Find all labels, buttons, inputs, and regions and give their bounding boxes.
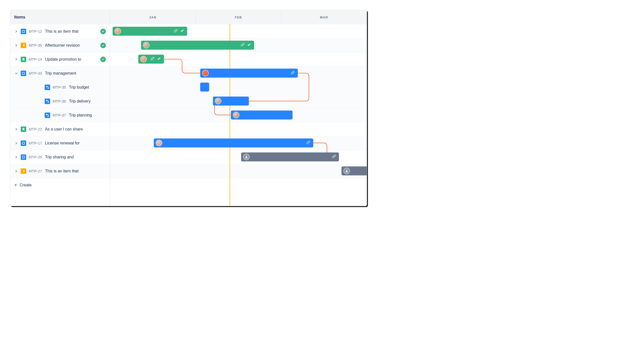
issue-row[interactable]: MTP-35 Trip budget — [10, 80, 367, 94]
check-icon — [157, 57, 161, 62]
timeline-body: Items JANFEBMAR MTP-12 This is an item t… — [10, 10, 367, 206]
svg-rect-7 — [48, 115, 49, 116]
issue-row[interactable]: MTP-22 As a user I can share — [10, 122, 367, 136]
issue-key: MTP-35 — [53, 85, 66, 89]
svg-rect-1 — [23, 72, 25, 74]
link-icon[interactable] — [306, 140, 310, 146]
issue-title: Trip delivery — [69, 99, 106, 104]
issue-type-icon — [21, 43, 26, 48]
svg-rect-0 — [23, 30, 25, 32]
issue-type-icon — [21, 29, 26, 34]
issue-type-icon — [45, 84, 50, 90]
issue-cell[interactable]: MTP-22 As a user I can share — [10, 122, 110, 136]
issue-key: MTP-22 — [29, 127, 42, 131]
issue-cell[interactable]: MTP-29 Trip sharing and — [10, 150, 110, 164]
issue-cell[interactable]: MTP-36 Trip delivery — [10, 94, 110, 108]
unassigned-avatar — [343, 168, 350, 174]
issue-type-icon — [21, 126, 26, 132]
issue-cell[interactable]: MTP-35 Trip budget — [10, 80, 110, 94]
issue-cell[interactable]: MTP-27 This is an item that — [10, 164, 110, 178]
issue-key: MTP-17 — [29, 141, 42, 145]
timeline-bar[interactable] — [200, 68, 298, 78]
link-icon[interactable] — [241, 43, 245, 48]
plus-icon: + — [14, 182, 17, 188]
link-icon[interactable] — [151, 57, 155, 62]
issue-row[interactable]: MTP-27 This is an item that — [10, 164, 367, 178]
create-button[interactable]: + Create — [10, 178, 110, 192]
month-header-jan: JAN — [110, 10, 195, 24]
svg-rect-9 — [23, 156, 25, 158]
items-column-header: Items — [10, 10, 110, 24]
assignee-avatar — [233, 112, 239, 118]
expand-icon[interactable] — [14, 169, 18, 173]
issue-type-icon — [21, 168, 26, 174]
check-icon — [247, 43, 251, 48]
issue-row[interactable]: MTP-36 Trip delivery — [10, 94, 367, 108]
timeline-bar[interactable] — [141, 41, 254, 50]
svg-rect-5 — [48, 101, 49, 102]
done-icon — [100, 57, 106, 62]
issue-cell[interactable]: MTP-17 License renewal for — [10, 136, 110, 150]
spacer-row — [10, 192, 367, 206]
expand-icon[interactable] — [14, 127, 18, 131]
issue-cell[interactable]: MTP-12 This is an item that — [10, 24, 110, 38]
done-icon — [100, 29, 106, 34]
issue-row[interactable]: MTP-12 This is an item that — [10, 24, 367, 38]
issue-title: This is an item that — [45, 29, 98, 34]
expand-icon[interactable] — [14, 30, 18, 34]
assignee-avatar — [156, 140, 162, 146]
create-row[interactable]: + Create — [10, 178, 367, 192]
months-header: JANFEBMAR — [110, 10, 367, 24]
timeline-bar[interactable] — [241, 152, 339, 162]
check-icon — [180, 29, 184, 34]
timeline-bar[interactable] — [138, 55, 164, 64]
svg-rect-3 — [48, 87, 49, 88]
timeline-cell[interactable] — [110, 122, 367, 136]
assignee-avatar — [215, 98, 221, 104]
svg-point-10 — [246, 156, 247, 157]
items-label: Items — [14, 15, 25, 20]
issue-cell[interactable]: MTP-33 Trip management — [10, 66, 110, 80]
timeline-container: Items JANFEBMAR MTP-12 This is an item t… — [10, 10, 367, 206]
issue-title: As a user I can share — [45, 127, 106, 132]
link-icon[interactable] — [332, 154, 336, 160]
assignee-avatar — [202, 70, 209, 76]
expand-icon[interactable] — [14, 44, 18, 48]
timeline-bar[interactable] — [154, 138, 313, 148]
issue-title: Trip sharing and — [45, 155, 106, 160]
assignee-avatar — [143, 42, 150, 48]
timeline-cell[interactable] — [110, 164, 367, 178]
issue-key: MTP-29 — [29, 155, 42, 159]
assignee-avatar — [140, 56, 147, 62]
issue-title: License renewal for — [45, 141, 106, 146]
expand-icon[interactable] — [14, 58, 18, 61]
issue-cell[interactable]: MTP-14 Update promotion to — [10, 52, 110, 66]
svg-rect-8 — [23, 142, 25, 144]
issue-row[interactable]: MTP-33 Trip management — [10, 66, 367, 80]
create-label: Create — [20, 183, 32, 187]
link-icon[interactable] — [174, 29, 178, 34]
issue-title: Trip planning — [69, 113, 106, 118]
timeline-bar[interactable] — [213, 96, 249, 106]
timeline-cell[interactable] — [110, 80, 367, 94]
svg-rect-4 — [46, 100, 47, 101]
issue-title: This is an item that — [45, 169, 106, 174]
issue-type-icon — [21, 70, 26, 76]
issue-cell[interactable]: MTP-37 Trip planning — [10, 108, 110, 122]
link-icon[interactable] — [291, 70, 295, 76]
issue-row[interactable]: MTP-37 Trip planning — [10, 108, 367, 122]
timeline-bar[interactable] — [231, 110, 293, 120]
assignee-avatar — [115, 28, 121, 34]
expand-icon[interactable] — [14, 141, 18, 145]
expand-icon[interactable] — [14, 155, 18, 159]
timeline-bar[interactable] — [113, 27, 187, 36]
issue-key: MTP-14 — [29, 57, 42, 61]
timeline-bar[interactable] — [200, 82, 209, 92]
expand-icon[interactable] — [14, 71, 18, 75]
timeline-bar[interactable] — [341, 166, 367, 176]
issue-row[interactable]: MTP-14 Update promotion to — [10, 52, 367, 66]
issue-cell[interactable]: MTP-35 Afterburner revision — [10, 38, 110, 52]
unassigned-avatar — [243, 154, 250, 160]
svg-rect-6 — [46, 114, 47, 115]
issue-title: Trip budget — [69, 85, 106, 90]
